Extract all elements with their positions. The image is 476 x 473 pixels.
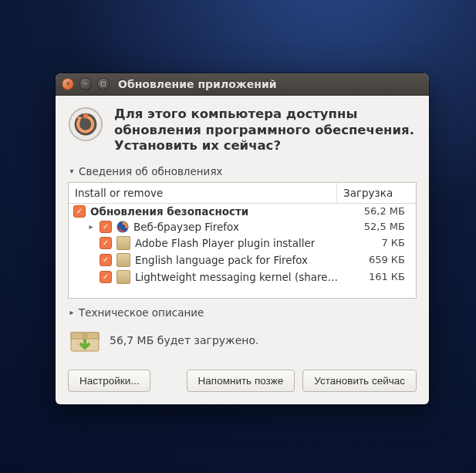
checkbox-icon[interactable]: ✓: [73, 205, 86, 218]
technical-disclosure-label: Техническое описание: [79, 306, 204, 319]
chevron-right-icon[interactable]: ▸: [87, 222, 95, 231]
checkbox-icon[interactable]: ✓: [100, 221, 112, 233]
package-icon: [116, 270, 130, 284]
item-size: 52,5 МБ: [339, 221, 411, 232]
list-item[interactable]: ✓ English language pack for Firefox 659 …: [69, 252, 416, 269]
close-icon[interactable]: ×: [62, 78, 74, 90]
column-size[interactable]: Загрузка: [337, 183, 416, 203]
item-size: 659 КБ: [339, 254, 411, 265]
technical-disclosure[interactable]: ▸ Техническое описание: [68, 306, 417, 319]
download-box-icon: [68, 325, 102, 356]
window-title: Обновление приложений: [118, 78, 277, 90]
details-disclosure-label: Сведения об обновлениях: [79, 165, 223, 177]
item-label: English language pack for Firefox: [135, 254, 308, 266]
checkbox-icon[interactable]: ✓: [100, 254, 112, 266]
package-icon: [116, 236, 130, 250]
install-now-button[interactable]: Установить сейчас: [302, 370, 417, 392]
checkbox-icon[interactable]: ✓: [100, 237, 112, 249]
item-label: Adobe Flash Player plugin installer: [135, 237, 315, 249]
desktop-background: × – ▢ Обновление приложений Для этого ко…: [0, 0, 476, 473]
list-item[interactable]: ✓ Adobe Flash Player plugin installer 7 …: [69, 235, 416, 252]
list-item[interactable]: ✓ Lightweight messaging kernel (shared l…: [69, 269, 416, 285]
group-size: 56,2 МБ: [339, 205, 411, 217]
checkbox-icon[interactable]: ✓: [100, 271, 112, 283]
package-icon: [116, 253, 130, 267]
firefox-icon: [116, 221, 129, 233]
titlebar[interactable]: × – ▢ Обновление приложений: [56, 73, 429, 96]
column-name[interactable]: Install or remove: [69, 183, 337, 203]
hero: Для этого компьютера доступны обновления…: [68, 106, 417, 154]
item-size: 7 КБ: [339, 237, 411, 248]
svg-rect-2: [83, 114, 88, 119]
item-size: 161 КБ: [339, 271, 411, 282]
updates-list[interactable]: Install or remove Загрузка ✓ Обновления …: [68, 182, 417, 299]
download-summary: 56,7 МБ будет загружено.: [68, 325, 417, 356]
button-bar: Настройки... Напомнить позже Установить …: [68, 370, 417, 392]
maximize-icon[interactable]: ▢: [97, 78, 110, 90]
chevron-down-icon: ▾: [68, 167, 76, 175]
svg-rect-6: [82, 333, 88, 339]
settings-button[interactable]: Настройки...: [68, 370, 150, 392]
window-body: Для этого компьютера доступны обновления…: [56, 96, 429, 404]
group-label: Обновления безопасности: [90, 205, 248, 218]
item-label: Веб-браузер Firefox: [133, 221, 239, 233]
list-item[interactable]: ▸ ✓ Веб-браузер Firefox 52,5 МБ: [69, 219, 416, 235]
updates-group-row[interactable]: ✓ Обновления безопасности 56,2 МБ: [69, 204, 416, 219]
download-summary-text: 56,7 МБ будет загружено.: [110, 334, 259, 346]
software-updater-icon: [68, 106, 103, 142]
updates-header: Install or remove Загрузка: [69, 183, 416, 204]
item-label: Lightweight messaging kernel (shared lib…: [135, 271, 339, 283]
minimize-icon[interactable]: –: [79, 78, 92, 90]
headline: Для этого компьютера доступны обновления…: [114, 106, 417, 154]
remind-later-button[interactable]: Напомнить позже: [187, 370, 295, 392]
details-disclosure[interactable]: ▾ Сведения об обновлениях: [68, 165, 417, 177]
chevron-right-icon: ▸: [68, 308, 76, 316]
software-updater-window: × – ▢ Обновление приложений Для этого ко…: [56, 73, 429, 404]
